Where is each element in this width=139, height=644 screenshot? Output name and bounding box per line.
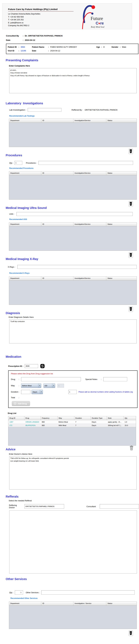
- prescription-id-input[interactable]: [25, 364, 38, 368]
- column-header[interactable]: Status: [106, 222, 136, 226]
- column-header[interactable]: Investigation/Service: [74, 172, 106, 175]
- column-header[interactable]: Investigation/Service: [74, 222, 106, 226]
- section-heading-other-services: Other Services: [6, 577, 139, 581]
- column-header[interactable]: Investigation/Service: [74, 276, 106, 280]
- advice-textarea[interactable]: TSA x1/52 for follow up, for orthopedic …: [9, 456, 136, 490]
- column-header[interactable]: ID: [41, 172, 74, 175]
- column-header[interactable]: Investigation / Service: [74, 602, 106, 606]
- duration-input[interactable]: [21, 390, 30, 394]
- column-header[interactable]: Department: [9, 172, 41, 175]
- diagnosis-label: Enter Diagnosis Details Here: [9, 316, 139, 318]
- referral-sub-label: Select the needed Refferal: [9, 500, 139, 502]
- table-row[interactable]: 272 IBUPROFEN BID With Meal 7 Day/s 300m…: [8, 424, 136, 427]
- referring-doctor-input[interactable]: [24, 504, 64, 509]
- section-heading-laboratory: Laboratory Investigations: [6, 102, 139, 105]
- column-header[interactable]: Qty: [124, 416, 136, 420]
- patient-name-value: FABIO MARIO ALFY OREDDY: [50, 46, 77, 48]
- uss-label: USS :: [9, 213, 14, 215]
- referred-by-value: ORITSETSETOS RAPHAEL PINNICK: [84, 109, 118, 111]
- frequency-select[interactable]: OD ▼: [44, 384, 55, 388]
- delete-procedures-trash-icon[interactable]: [128, 201, 133, 207]
- drug-input[interactable]: [21, 377, 81, 381]
- procedures-input[interactable]: [38, 161, 133, 165]
- column-header[interactable]: ID: [41, 602, 74, 606]
- xray-input[interactable]: [17, 265, 136, 269]
- column-header[interactable]: Status: [106, 602, 136, 606]
- recommended-xrays-link[interactable]: Recommended X-Rays: [9, 272, 30, 274]
- delete-other-services-trash-icon[interactable]: [128, 630, 133, 636]
- lab-investigation-label: Lab Investingation :: [9, 109, 26, 111]
- consultant-input[interactable]: [100, 504, 139, 509]
- fraction-input[interactable]: [68, 390, 77, 394]
- plus-circle-icon: [14, 402, 16, 405]
- delete-lab-trash-icon[interactable]: [128, 148, 133, 154]
- referral-list-box[interactable]: [9, 510, 137, 574]
- procedures-table: Department ID Investigation/Service Stat…: [9, 171, 137, 200]
- recommended-lab-testings-link[interactable]: Recommended Lab Testings: [9, 115, 34, 117]
- other-services-input[interactable]: [41, 590, 135, 594]
- uss-table-body: [9, 226, 136, 250]
- section-heading-diagnosis: Diagnosis: [6, 312, 139, 315]
- section-heading-advice: Advice: [6, 448, 139, 451]
- lab-table-body: [9, 122, 136, 147]
- delete-advice-trash-icon[interactable]: [130, 446, 133, 451]
- delete-xray-trash-icon[interactable]: [128, 306, 133, 312]
- lab-investigation-input[interactable]: [28, 108, 62, 112]
- column-header[interactable]: Drug ID: [8, 416, 24, 420]
- company-title: Future Care by Future Holdings (Pty) Lim…: [8, 8, 74, 12]
- meal-select[interactable]: Before Meal ▼: [21, 384, 41, 388]
- column-header[interactable]: Department: [9, 602, 41, 606]
- procedures-qty-label: Qty :: [9, 162, 13, 164]
- section-heading-presenting-complaints: Presenting Complaints: [6, 58, 139, 62]
- company-phone1: T: +24 82 593 593: [8, 16, 78, 18]
- special-notes-input[interactable]: [103, 377, 127, 381]
- advice-label: Enter Doctor's Advice Here: [9, 453, 139, 455]
- column-header[interactable]: Department: [9, 276, 41, 280]
- add-drug-button[interactable]: Add Drug: [12, 401, 30, 406]
- duration-label: Duration :: [11, 391, 21, 393]
- refresh-icon[interactable]: [40, 364, 45, 368]
- chevron-down-icon: ▼: [52, 384, 55, 388]
- column-header[interactable]: ID: [41, 276, 74, 280]
- column-header[interactable]: Duration: [74, 416, 91, 420]
- heart-icon: ♥: [98, 22, 100, 25]
- column-header[interactable]: Department: [9, 222, 41, 226]
- consult-date-row: Date : 2024-04-12: [6, 39, 139, 41]
- column-header[interactable]: Fequency: [41, 416, 58, 420]
- diagnosis-textarea[interactable]: ?Left hip contusion: [9, 320, 136, 343]
- procedures-qty-input[interactable]: [14, 161, 22, 165]
- chevron-down-icon: ▼: [40, 390, 43, 394]
- table-row[interactable]: 1397 VIRGIN LINSEED BID Before Meal 7 Da…: [8, 420, 136, 424]
- other-services-label: Other Services :: [26, 592, 40, 594]
- logo-wordmark: Future: [90, 16, 103, 21]
- age-label: Age: [96, 46, 101, 48]
- duration-unit-select[interactable]: Day/s ▼: [32, 390, 43, 394]
- column-header[interactable]: Drug: [24, 416, 41, 420]
- delete-uss-trash-icon[interactable]: [128, 252, 133, 258]
- drug-list-table: Drug ID Drug Fequency Way Duration Durat…: [8, 416, 136, 446]
- visit-date-label: Date: [32, 50, 48, 52]
- recommended-other-services-link[interactable]: Recommended Other Services: [10, 597, 38, 599]
- column-header[interactable]: Note: [107, 416, 124, 420]
- column-header[interactable]: Investigation/Service: [74, 119, 106, 122]
- column-header[interactable]: Status: [106, 119, 136, 122]
- column-header[interactable]: Way: [58, 416, 74, 420]
- other-services-qty-input[interactable]: [15, 590, 23, 594]
- patient-name-label: Patient Name: [32, 46, 48, 48]
- recommended-uss-link[interactable]: Recommended USS: [9, 218, 27, 220]
- xray-label: X-Rays :: [8, 266, 15, 268]
- column-header[interactable]: Status: [106, 276, 136, 280]
- other-services-table: Department ID Investigation / Service St…: [9, 602, 137, 629]
- column-header[interactable]: Duration Type: [91, 416, 107, 420]
- recommended-procedures-link[interactable]: Recommended Procedures: [9, 167, 34, 169]
- column-header[interactable]: ID: [41, 222, 74, 226]
- column-header[interactable]: ID: [41, 119, 74, 122]
- section-heading-referrals: Refferals: [6, 495, 139, 498]
- complaints-textarea[interactable]: pt seen, Xray of knee not done Xray of L…: [9, 68, 136, 93]
- consulted-by-value: Dr. ORITSETSETOS RAPHAEL PINNICK: [25, 35, 63, 37]
- visit-id-value: 12195: [21, 50, 26, 52]
- column-header[interactable]: Status: [106, 172, 136, 175]
- gender-value: Male: [122, 46, 126, 48]
- uss-input[interactable]: [16, 212, 133, 216]
- column-header[interactable]: Department: [9, 119, 41, 122]
